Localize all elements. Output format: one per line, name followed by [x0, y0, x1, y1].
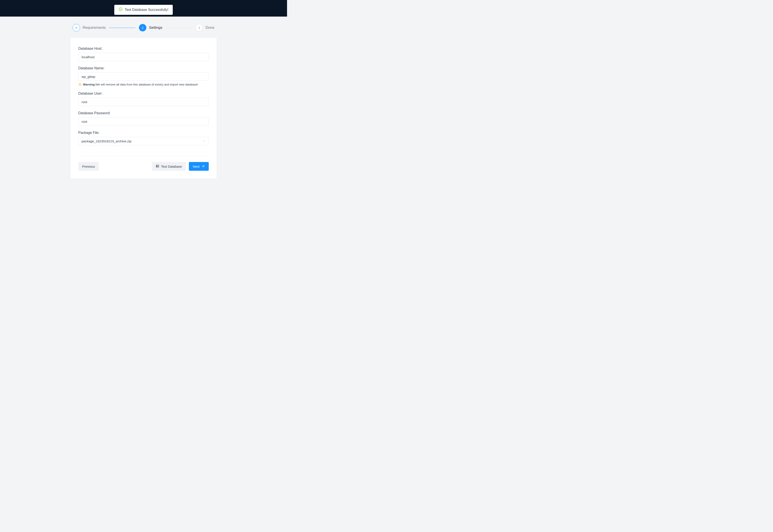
input-db-name[interactable]: [78, 72, 209, 81]
settings-card: Database Host: Database Name: Warning:We…: [70, 38, 216, 179]
divider: [78, 156, 209, 156]
input-db-pass[interactable]: [78, 117, 209, 126]
step-connector: [109, 28, 135, 28]
next-button[interactable]: Next: [189, 162, 209, 171]
field-db-pass: Database Password:: [78, 111, 209, 126]
button-label: Previous: [82, 165, 95, 168]
field-db-host: Database Host:: [78, 47, 209, 61]
input-db-host[interactable]: [78, 53, 209, 61]
button-label: Next: [193, 165, 199, 168]
field-db-name: Database Name: Warning:We will remove al…: [78, 66, 209, 86]
step-settings: 2 Settings: [139, 24, 162, 31]
button-label: Test Database: [161, 165, 182, 168]
select-package[interactable]: package_1623916219_archive.zip: [78, 137, 209, 145]
input-db-user[interactable]: [78, 98, 209, 106]
check-icon: [73, 24, 80, 31]
warning-text: Warning:We will remove all data from thi…: [83, 83, 198, 86]
previous-button[interactable]: Previous: [78, 162, 99, 171]
warning-body: We will remove all data from this databa…: [95, 83, 198, 86]
step-connector: [166, 28, 192, 28]
test-database-button[interactable]: Test Database: [152, 162, 186, 171]
step-number: 2: [139, 24, 146, 31]
arrow-right-icon: [201, 164, 205, 169]
label-package: Package File:: [78, 131, 209, 135]
step-label: Done: [205, 26, 214, 30]
step-requirements: Requirements: [73, 24, 106, 31]
success-toast: Test Database Successfully!: [114, 5, 173, 15]
label-db-user: Database User:: [78, 92, 209, 95]
label-db-name: Database Name:: [78, 66, 209, 70]
db-name-warning: Warning:We will remove all data from thi…: [78, 82, 209, 86]
field-db-user: Database User:: [78, 92, 209, 106]
step-label: Requirements: [83, 26, 106, 30]
label-db-host: Database Host:: [78, 47, 209, 51]
actions-right: Test Database Next: [152, 162, 209, 171]
warning-prefix: Warning:: [83, 83, 95, 86]
check-circle-icon: [119, 7, 123, 12]
field-package: Package File: package_1623916219_archive…: [78, 131, 209, 145]
step-number: 3: [195, 24, 203, 31]
warning-icon: [78, 82, 82, 86]
topbar: Test Database Successfully!: [0, 0, 287, 17]
actions-row: Previous Test Database Next: [78, 162, 209, 171]
toast-message: Test Database Successfully!: [125, 8, 168, 12]
database-icon: [156, 164, 159, 169]
step-label: Settings: [149, 26, 162, 30]
stepper: Requirements 2 Settings 3 Done: [0, 17, 287, 38]
label-db-pass: Database Password:: [78, 111, 209, 115]
step-done: 3 Done: [195, 24, 214, 31]
svg-point-0: [119, 8, 122, 11]
